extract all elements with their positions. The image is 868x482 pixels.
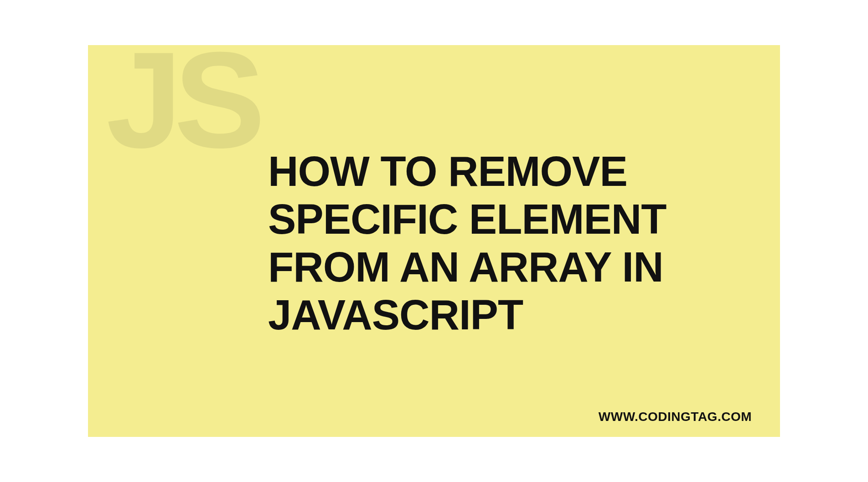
site-url: WWW.CODINGTAG.COM bbox=[599, 410, 752, 424]
js-watermark: JS bbox=[106, 45, 257, 168]
article-headline: HOW TO REMOVE SPECIFIC ELEMENT FROM AN A… bbox=[268, 148, 753, 339]
title-card: JS HOW TO REMOVE SPECIFIC ELEMENT FROM A… bbox=[88, 45, 780, 437]
